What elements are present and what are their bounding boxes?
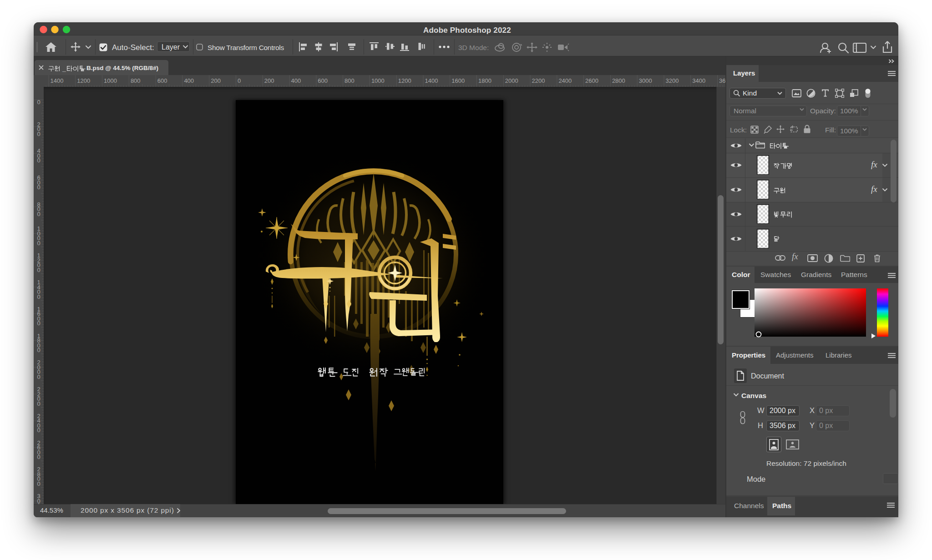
svg-text:3000: 3000 — [638, 77, 652, 84]
svg-text:200: 200 — [211, 77, 221, 84]
svg-text:1000: 1000 — [371, 77, 384, 84]
svg-text:0: 0 — [37, 157, 40, 164]
svg-text:1600: 1600 — [451, 77, 465, 84]
svg-text:0: 0 — [238, 77, 241, 84]
svg-text:2600: 2600 — [585, 77, 598, 84]
svg-text:1000: 1000 — [104, 77, 117, 84]
svg-text:0: 0 — [37, 267, 40, 273]
svg-text:3600: 3600 — [719, 77, 726, 84]
svg-text:0: 0 — [37, 293, 40, 300]
svg-text:0: 0 — [37, 240, 40, 247]
svg-text:0: 0 — [37, 427, 40, 434]
svg-text:0: 0 — [37, 454, 40, 460]
svg-text:0: 0 — [37, 99, 40, 106]
svg-text:400: 400 — [291, 77, 301, 84]
svg-text:0: 0 — [37, 211, 40, 217]
svg-text:0: 0 — [37, 184, 40, 191]
svg-text:1400: 1400 — [425, 77, 438, 84]
svg-text:1200: 1200 — [77, 77, 90, 84]
svg-text:200: 200 — [264, 77, 274, 84]
svg-text:0: 0 — [37, 480, 40, 487]
svg-text:0: 0 — [37, 320, 40, 327]
svg-text:600: 600 — [157, 77, 167, 84]
svg-text:2400: 2400 — [558, 77, 572, 84]
svg-text:2000: 2000 — [505, 77, 518, 84]
svg-text:1800: 1800 — [478, 77, 491, 84]
svg-text:0: 0 — [37, 400, 40, 407]
svg-text:1200: 1200 — [398, 77, 411, 84]
svg-text:3200: 3200 — [665, 77, 679, 84]
svg-text:0: 0 — [37, 347, 40, 353]
svg-text:800: 800 — [344, 77, 355, 84]
svg-text:0: 0 — [37, 373, 40, 380]
svg-text:400: 400 — [184, 77, 194, 84]
svg-text:600: 600 — [318, 77, 328, 84]
svg-text:2200: 2200 — [532, 77, 545, 84]
svg-text:800: 800 — [130, 77, 140, 84]
svg-text:2800: 2800 — [612, 77, 625, 84]
svg-text:1400: 1400 — [50, 77, 63, 84]
svg-text:3400: 3400 — [692, 77, 705, 84]
svg-text:0: 0 — [37, 131, 40, 137]
